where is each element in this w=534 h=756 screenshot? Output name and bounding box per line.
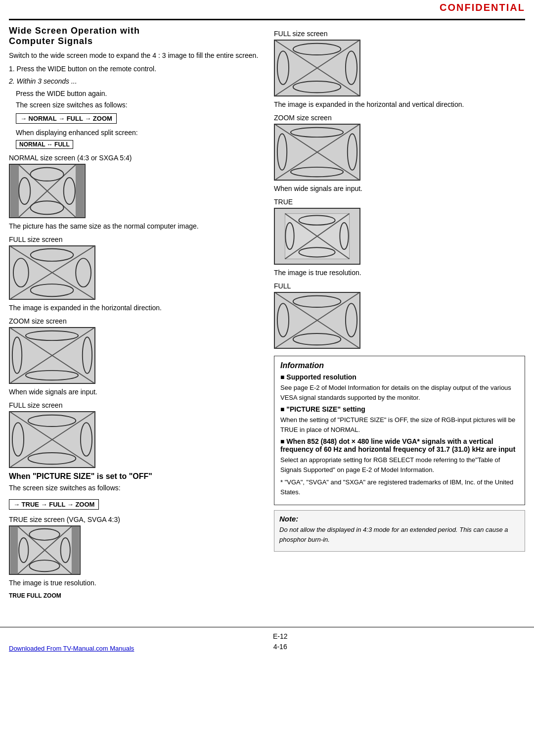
right-full-size-label: FULL size screen — [274, 30, 525, 38]
step-1: 1. Press the WIDE button on the remote c… — [9, 64, 260, 74]
svg-rect-1 — [76, 165, 84, 217]
section-title: Wide Screen Operation with Computer Sign… — [9, 26, 260, 47]
full-size-label-1: FULL size screen — [9, 236, 260, 243]
arrow-sequence: → NORMAL → FULL → ZOOM — [16, 113, 117, 124]
full-size-diagram-2 — [9, 411, 95, 468]
info-section3-text: Select an appropriate setting for RGB SE… — [280, 455, 519, 474]
info-section2-title: ■ "PICTURE SIZE" setting — [280, 405, 519, 413]
info-section1-text: See page E-2 of Model Information for de… — [280, 383, 519, 402]
full-size-label-2: FULL size screen — [9, 401, 260, 409]
right-column: FULL size screen The image is expanded i… — [274, 26, 525, 552]
info-section2-text: When the setting of "PICTURE SIZE" is OF… — [280, 415, 519, 434]
info-section3-title: ■ When 852 (848) dot × 480 line wide VGA… — [280, 437, 519, 453]
zoom-size-diagram-1 — [9, 327, 95, 384]
right-zoom-desc: When wide signals are input. — [274, 184, 525, 194]
zoom-desc-1: When wide signals are input. — [9, 387, 260, 397]
intro-text: Switch to the wide screen mode to expand… — [9, 50, 260, 61]
normal-full-label: NORMAL ↔ FULL — [16, 140, 73, 149]
picture-size-off-title: When "PICTURE SIZE" is set to "OFF" — [9, 472, 260, 481]
note-text: Do not allow the displayed in 4:3 mode f… — [279, 525, 520, 544]
true-desc: The image is true resolution. — [9, 578, 260, 588]
right-full-desc: The image is expanded in the horizontal … — [274, 99, 525, 110]
true-size-label: TRUE size screen (VGA, SVGA 4:3) — [9, 516, 260, 523]
right-true-desc: The image is true resolution. — [274, 268, 525, 278]
svg-rect-30 — [10, 526, 18, 574]
svg-rect-31 — [72, 526, 79, 574]
true-size-diagram — [9, 525, 81, 575]
step-2a: Press the WIDE button again. — [9, 89, 260, 99]
normal-size-label: NORMAL size screen (4:3 or SXGA 5:4) — [9, 154, 260, 162]
left-column: Wide Screen Operation with Computer Sign… — [9, 26, 260, 599]
note-title: Note: — [279, 515, 520, 523]
footer: Downloaded From TV-Manual.com Manuals E-… — [0, 627, 534, 656]
right-full-diagram-2 — [274, 292, 360, 349]
right-zoom-size-diagram — [274, 124, 360, 181]
info-section4-text: * "VGA", "SVGA" and "SXGA" are registere… — [280, 477, 519, 497]
information-box: Information ■ Supported resolution See p… — [274, 356, 525, 505]
right-zoom-size-label: ZOOM size screen — [274, 114, 525, 122]
confidential-label: CONFIDENTIAL — [440, 2, 525, 13]
full-desc-1: The image is expanded in the horizontal … — [9, 303, 260, 313]
full-size-diagram-1 — [9, 245, 95, 300]
step-2b: The screen size switches as follows: — [9, 100, 260, 110]
information-title: Information — [280, 361, 519, 370]
note-box: Note: Do not allow the displayed in 4:3 … — [274, 510, 525, 552]
true-full-zoom-label: TRUE FULL ZOOM — [9, 592, 260, 599]
right-true-label: TRUE — [274, 198, 525, 206]
zoom-size-label-1: ZOOM size screen — [9, 317, 260, 325]
footer-link[interactable]: Downloaded From TV-Manual.com Manuals — [9, 645, 134, 652]
true-full-arrow: → TRUE → FULL → ZOOM — [9, 499, 99, 510]
right-full-size-diagram — [274, 40, 360, 96]
normal-size-diagram — [9, 164, 86, 218]
normal-desc: The picture has the same size as the nor… — [9, 221, 260, 232]
right-true-diagram — [274, 208, 360, 265]
step-2-label: 2. Within 3 seconds ... — [9, 76, 260, 87]
right-full-label-2: FULL — [274, 282, 525, 290]
picture-size-off-desc: The screen size switches as follows: — [9, 483, 260, 493]
steps-list: 1. Press the WIDE button on the remote c… — [9, 64, 260, 150]
info-section1-title: ■ Supported resolution — [280, 373, 519, 381]
footer-page: E-12 4-16 — [273, 631, 288, 652]
enhanced-split: When displaying enhanced split screen: — [9, 128, 260, 138]
svg-rect-0 — [10, 165, 19, 217]
top-border — [9, 19, 525, 20]
